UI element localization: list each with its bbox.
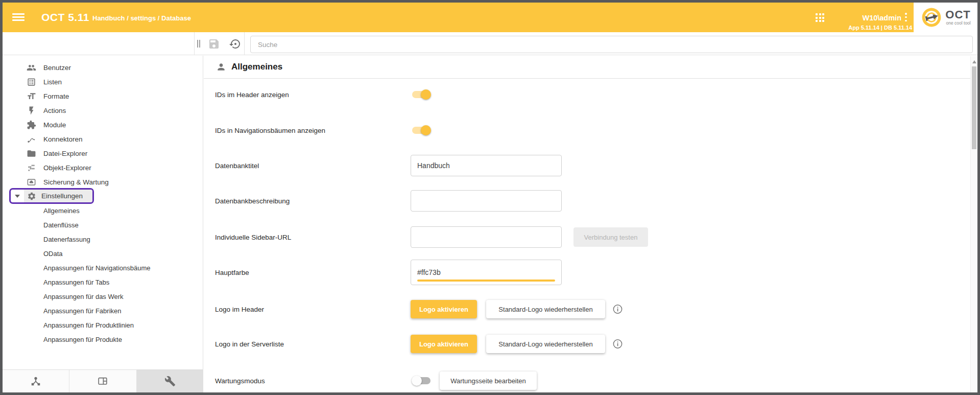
tab-tree-view[interactable] <box>3 370 69 392</box>
setting-row: Hauptfarbe <box>204 260 970 285</box>
apps-grid-icon[interactable] <box>816 13 824 22</box>
sidebar-subitem-produkte[interactable]: Anpassungen für Produkte <box>3 332 202 346</box>
logo-aktivieren-button[interactable]: Logo aktivieren <box>411 335 477 353</box>
sidebar-item-datei-explorer[interactable]: Datei-Explorer <box>3 146 202 160</box>
setting-label: Datenbanktitel <box>215 162 259 170</box>
wrench-icon <box>164 376 176 387</box>
user-menu-kebab-icon[interactable] <box>905 13 907 23</box>
sidebar-subitem-das-werk[interactable]: Anpassungen für das Werk <box>3 289 202 304</box>
sidebar-item-label: Einstellungen <box>41 192 83 200</box>
ids-im-header-toggle[interactable] <box>411 89 431 100</box>
setting-row: Datenbanktitel <box>204 155 970 176</box>
expander-caret-icon[interactable] <box>15 195 20 198</box>
scrollbar-up-arrow[interactable] <box>972 60 976 63</box>
setting-row: Logo im Header Logo aktivieren Standard-… <box>204 300 970 318</box>
puzzle-icon <box>27 120 36 130</box>
setting-label: Individuelle Sidebar-URL <box>215 234 291 241</box>
setting-label: IDs im Header anzeigen <box>215 91 289 99</box>
sidebar-subitem-allgemeines[interactable]: Allgemeines <box>3 203 202 218</box>
selection-highlight-box: Einstellungen <box>9 188 94 204</box>
sidebar-item-objekt-explorer[interactable]: Objekt-Explorer <box>3 160 202 175</box>
wartungsseite-bearbeiten-button[interactable]: Wartungsseite bearbeiten <box>440 371 537 390</box>
save-icon[interactable] <box>208 38 220 50</box>
standard-logo-wiederherstellen-button[interactable]: Standard-Logo wiederherstellen <box>486 335 605 353</box>
breadcrumb: Handbuch / settings / Database <box>92 14 191 22</box>
tree-hub-icon <box>30 376 41 387</box>
person-icon <box>216 62 226 72</box>
settings-panel: Allgemeines IDs im Header anzeigen IDs i… <box>204 56 970 392</box>
sidebar-subitem-datenfluesse[interactable]: Datenflüsse <box>3 218 202 232</box>
scrollbar-thumb[interactable] <box>972 66 976 149</box>
sidebar: Benutzer Listen Formate Actions Module <box>3 56 203 392</box>
grid-dots-icon <box>27 163 36 173</box>
verbindung-testen-button[interactable]: Verbindung testen <box>573 227 648 247</box>
color-preview-bar <box>417 280 555 282</box>
tab-settings-view[interactable] <box>137 370 203 392</box>
setting-row: Logo in der Serverliste Logo aktivieren … <box>204 335 970 353</box>
folder-icon <box>27 149 36 158</box>
gear-icon <box>27 192 36 201</box>
sidebar-subitem-datenerfassung[interactable]: Datenerfassung <box>3 232 202 246</box>
version-info: App 5.11.14 | DB 5.11.14 <box>848 25 912 31</box>
brand-logo: OCT one cool tool <box>914 3 977 32</box>
sidebar-subitem-navigationsbaeume[interactable]: Anpassungen für Navigationsbäume <box>3 261 202 275</box>
setting-label: Wartungsmodus <box>215 377 265 385</box>
ids-in-navtrees-toggle[interactable] <box>411 125 431 135</box>
logo-aktivieren-button[interactable]: Logo aktivieren <box>411 300 477 318</box>
oct-ring-logo-icon <box>920 6 943 29</box>
sidebar-item-konnektoren[interactable]: Konnektoren <box>3 132 202 146</box>
sidebar-item-formate[interactable]: Formate <box>3 89 202 103</box>
toolbar-divider <box>244 32 245 55</box>
list-icon <box>27 77 36 87</box>
sidebar-item-benutzer[interactable]: Benutzer <box>3 60 202 75</box>
app-title: OCT 5.11 <box>41 11 89 24</box>
sidebar-item-einstellungen[interactable]: Einstellungen <box>3 189 202 203</box>
search-input[interactable] <box>250 36 973 53</box>
setting-row: Individuelle Sidebar-URL Verbindung test… <box>204 226 970 248</box>
info-icon[interactable] <box>612 339 623 350</box>
setting-label: Datenbankbeschreibung <box>215 197 290 205</box>
sidebar-subitem-odata[interactable]: OData <box>3 246 202 261</box>
section-header: Allgemeines <box>204 56 970 79</box>
sidebar-item-listen[interactable]: Listen <box>3 75 202 89</box>
sidebar-item-module[interactable]: Module <box>3 118 202 132</box>
setting-row: Datenbankbeschreibung <box>204 190 970 212</box>
app-header: OCT 5.11 Handbuch / settings / Database … <box>3 3 977 32</box>
user-name[interactable]: W10\admin <box>850 14 901 22</box>
route-icon <box>27 134 36 144</box>
sidebar-item-actions[interactable]: Actions <box>3 103 202 118</box>
setting-row: Wartungsmodus Wartungsseite bearbeiten <box>204 371 970 390</box>
sidebar-subitem-fabriken[interactable]: Anpassungen für Fabriken <box>3 304 202 318</box>
setting-row: IDs im Header anzeigen <box>204 89 970 100</box>
sidebar-bottom-tabs <box>3 369 203 392</box>
app-window: OCT 5.11 Handbuch / settings / Database … <box>0 0 980 395</box>
sidebar-subitem-produktlinien[interactable]: Anpassungen für Produktlinien <box>3 318 202 332</box>
format-size-icon <box>27 91 36 101</box>
datenbanktitel-input[interactable] <box>411 155 562 176</box>
section-title: Allgemeines <box>231 62 282 72</box>
setting-label: Logo in der Serverliste <box>215 340 284 348</box>
sidebar-item-sicherung-wartung[interactable]: Sicherung & Wartung <box>3 175 202 189</box>
backup-icon <box>27 177 36 187</box>
logo-tagline: one cool tool <box>946 21 971 26</box>
hauptfarbe-field <box>411 260 562 285</box>
sidebar-url-input[interactable] <box>411 226 562 248</box>
flash-icon <box>27 106 36 115</box>
toolbar-divider <box>194 32 195 55</box>
setting-row: IDs in Navigationsbäumen anzeigen <box>204 125 970 135</box>
vertical-scrollbar <box>970 56 977 392</box>
setting-label: IDs in Navigationsbäumen anzeigen <box>215 127 325 134</box>
sidebar-subitem-tabs[interactable]: Anpassungen für Tabs <box>3 275 202 289</box>
history-restore-icon[interactable] <box>229 38 242 50</box>
datenbankbeschreibung-input[interactable] <box>411 190 562 212</box>
standard-logo-wiederherstellen-button[interactable]: Standard-Logo wiederherstellen <box>486 300 605 318</box>
logo-text: OCT <box>945 9 970 20</box>
wartungsmodus-toggle[interactable] <box>412 376 432 386</box>
hamburger-menu-icon[interactable] <box>12 13 25 21</box>
toolbar <box>3 32 977 55</box>
tab-layout-view[interactable] <box>69 370 136 392</box>
users-icon <box>27 63 36 73</box>
info-icon[interactable] <box>612 304 623 315</box>
setting-label: Hauptfarbe <box>215 269 249 276</box>
panel-splitter-handle[interactable] <box>197 40 202 48</box>
